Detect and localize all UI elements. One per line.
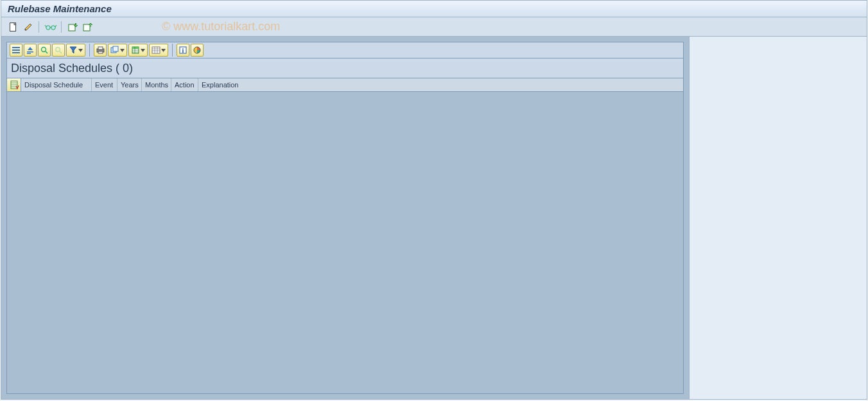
alv-toolbar-wrap: i xyxy=(1,37,689,58)
views-button[interactable] xyxy=(108,44,127,57)
change-button[interactable] xyxy=(21,21,35,33)
grid-body-empty[interactable] xyxy=(6,92,684,394)
col-years[interactable]: Years xyxy=(117,78,142,91)
find-button[interactable] xyxy=(38,44,51,57)
svg-point-11 xyxy=(56,48,60,51)
select-all-icon xyxy=(10,80,18,89)
print-icon xyxy=(96,46,105,54)
col-explanation[interactable]: Explanation xyxy=(198,78,243,91)
select-all-handle[interactable] xyxy=(7,78,21,91)
svg-point-1 xyxy=(46,25,50,29)
glasses-icon xyxy=(45,23,56,31)
find-next-button[interactable] xyxy=(52,44,65,57)
toolbar-separator xyxy=(61,21,62,33)
col-disposal-schedule[interactable]: Disposal Schedule xyxy=(21,78,92,91)
info-button[interactable]: i xyxy=(177,44,189,57)
chevron-down-icon xyxy=(78,49,83,52)
find-icon xyxy=(40,46,48,54)
export-icon xyxy=(83,22,93,32)
svg-rect-5 xyxy=(12,47,20,48)
pencil-icon xyxy=(24,22,33,31)
create-button[interactable] xyxy=(6,21,21,33)
chevron-down-icon xyxy=(141,49,145,52)
svg-text:i: i xyxy=(182,47,184,54)
layout-icon xyxy=(152,46,160,54)
title-bar: Rulebase Maintenance xyxy=(1,1,867,17)
svg-rect-16 xyxy=(113,46,118,51)
alv-separator xyxy=(172,44,173,57)
grid-column-headers: Disposal Schedule Event Years Months Act… xyxy=(6,78,684,92)
svg-rect-19 xyxy=(152,47,160,53)
svg-rect-18 xyxy=(132,47,139,49)
views-icon xyxy=(111,46,119,54)
col-action[interactable]: Action xyxy=(171,78,198,91)
app-window: Rulebase Maintenance xyxy=(1,0,867,400)
chevron-down-icon xyxy=(161,49,166,52)
application-toolbar: © www.tutorialkart.com xyxy=(1,17,867,37)
sort-asc-icon xyxy=(26,46,34,54)
alv-separator xyxy=(89,44,90,57)
svg-rect-6 xyxy=(12,49,20,51)
document-new-icon xyxy=(9,22,18,32)
right-empty-pane xyxy=(690,37,867,399)
svg-rect-8 xyxy=(27,51,33,53)
info-icon: i xyxy=(179,46,187,54)
svg-point-2 xyxy=(51,25,55,29)
grid-panel: i Disposal Schedules ( 0) xyxy=(1,37,690,399)
grid-title: Disposal Schedules ( 0) xyxy=(6,58,684,78)
svg-rect-4 xyxy=(83,24,90,31)
export-xls-button[interactable] xyxy=(128,44,148,57)
filter-button[interactable] xyxy=(66,44,85,57)
grid-title-text: Disposal Schedules ( 0) xyxy=(11,62,133,75)
find-next-icon xyxy=(55,46,62,54)
alv-toolbar: i xyxy=(6,42,684,58)
export-xls-icon xyxy=(132,46,139,54)
svg-rect-13 xyxy=(98,47,103,49)
content-area: i Disposal Schedules ( 0) xyxy=(1,37,867,399)
sort-asc-button[interactable] xyxy=(24,44,37,57)
col-event[interactable]: Event xyxy=(92,78,117,91)
export-button[interactable] xyxy=(81,21,95,33)
toolbar-separator xyxy=(39,21,39,33)
svg-rect-9 xyxy=(27,53,31,55)
svg-rect-14 xyxy=(98,51,103,53)
details-icon xyxy=(12,46,20,54)
svg-point-10 xyxy=(42,48,46,52)
chevron-down-icon xyxy=(120,49,125,52)
chart-pie-icon xyxy=(193,46,201,54)
col-months[interactable]: Months xyxy=(142,78,171,91)
layout-button[interactable] xyxy=(149,44,168,57)
import-icon xyxy=(68,22,78,32)
svg-rect-7 xyxy=(12,52,20,53)
page-title: Rulebase Maintenance xyxy=(8,3,112,14)
display-button[interactable] xyxy=(44,21,58,33)
watermark-text: © www.tutorialkart.com xyxy=(162,20,280,33)
graphic-button[interactable] xyxy=(191,44,204,57)
print-button[interactable] xyxy=(94,44,107,57)
details-button[interactable] xyxy=(10,44,22,57)
filter-icon xyxy=(69,46,77,54)
import-button[interactable] xyxy=(66,21,80,33)
